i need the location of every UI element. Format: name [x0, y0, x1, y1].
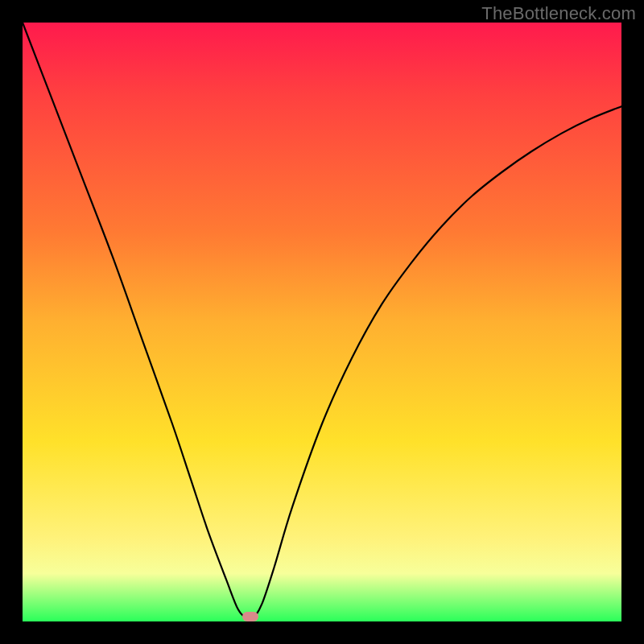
optimum-marker [242, 612, 258, 621]
chart-frame: TheBottleneck.com [0, 0, 644, 644]
bottleneck-curve [23, 23, 621, 621]
curve-path [23, 23, 621, 620]
watermark-text: TheBottleneck.com [481, 3, 636, 24]
plot-area [23, 23, 621, 621]
